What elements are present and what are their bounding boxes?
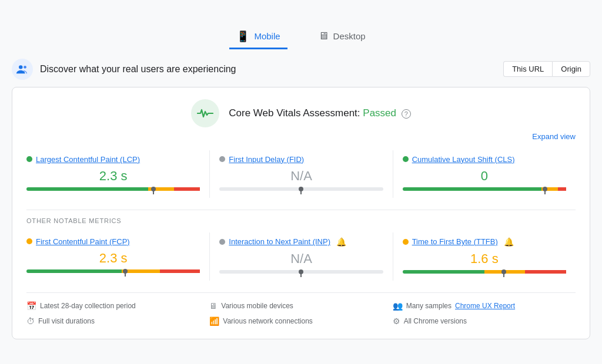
ttfb-bar	[403, 270, 566, 274]
header-icon	[12, 59, 33, 80]
footer-item-mobile-devices: 🖥 Various mobile devices	[209, 301, 392, 311]
ttfb-alert-icon: 🔔	[504, 237, 514, 247]
footer-item-samples: 👥 Many samples Chrome UX Report	[393, 301, 576, 311]
cwv-header: Core Web Vitals Assessment: Passed ?	[26, 99, 576, 127]
ttfb-label-row: Time to First Byte (TTFB) 🔔	[403, 237, 566, 247]
fcp-bar-marker	[125, 271, 126, 277]
fid-dot	[219, 156, 225, 162]
cwv-icon	[191, 99, 219, 127]
fid-value: N/A	[219, 168, 383, 184]
inp-value: N/A	[219, 251, 383, 267]
inp-label[interactable]: Interaction to Next Paint (INP)	[229, 237, 330, 246]
tab-mobile[interactable]: 📱 Mobile	[229, 25, 287, 49]
people-icon: 👥	[393, 301, 403, 311]
tab-desktop-label: Desktop	[333, 31, 366, 41]
fid-label-row: First Input Delay (FID)	[219, 155, 383, 164]
fcp-dot	[26, 238, 32, 244]
metric-fid: First Input Delay (FID) N/A	[209, 150, 392, 198]
ttfb-bar-marker	[503, 271, 504, 277]
calendar-icon: 📅	[26, 301, 36, 311]
lcp-bar-marker	[153, 188, 154, 194]
tab-mobile-label: Mobile	[254, 31, 280, 41]
this-url-button[interactable]: This URL	[503, 61, 552, 77]
other-metrics-grid: First Contentful Paint (FCP) 2.3 s Inter…	[26, 232, 576, 281]
desktop-icon: 🖥	[318, 30, 329, 42]
cwv-status: Passed	[363, 107, 396, 119]
lcp-dot	[26, 156, 32, 162]
cls-label[interactable]: Cumulative Layout Shift (CLS)	[412, 155, 515, 164]
footer-item-collection-period: 📅 Latest 28-day collection period	[26, 301, 209, 311]
ttfb-label[interactable]: Time to First Byte (TTFB)	[412, 237, 498, 246]
inp-bar	[219, 270, 383, 274]
footer-grid: 📅 Latest 28-day collection period 🖥 Vari…	[26, 292, 576, 329]
cwv-title: Core Web Vitals Assessment: Passed ?	[229, 107, 410, 119]
fid-bar-marker	[300, 188, 302, 194]
lcp-bar-green	[26, 187, 148, 191]
header-title: Discover what your real users are experi…	[40, 64, 236, 75]
lcp-label[interactable]: Largest Contentful Paint (LCP)	[36, 155, 140, 164]
cls-bar-marker	[544, 188, 546, 194]
header-left: Discover what your real users are experi…	[12, 59, 236, 80]
lcp-value: 2.3 s	[26, 168, 200, 184]
url-toggle: This URL Origin	[503, 61, 590, 77]
fcp-bar	[26, 269, 200, 273]
metric-cls: Cumulative Layout Shift (CLS) 0	[393, 150, 576, 198]
cls-dot	[403, 156, 409, 162]
tab-desktop[interactable]: 🖥 Desktop	[311, 25, 373, 49]
metric-lcp: Largest Contentful Paint (LCP) 2.3 s	[26, 150, 209, 198]
header-bar: Discover what your real users are experi…	[12, 59, 590, 80]
footer-item-chrome-versions: ⚙ All Chrome versions	[393, 316, 576, 326]
cls-value: 0	[403, 168, 566, 184]
cls-label-row: Cumulative Layout Shift (CLS)	[403, 155, 566, 164]
inp-alert-icon: 🔔	[336, 237, 346, 247]
core-metrics-grid: Largest Contentful Paint (LCP) 2.3 s Fir…	[26, 150, 576, 198]
inp-label-row: Interaction to Next Paint (INP) 🔔	[219, 237, 383, 247]
fid-bar	[219, 187, 383, 191]
metric-fcp: First Contentful Paint (FCP) 2.3 s	[26, 232, 209, 281]
metric-inp: Interaction to Next Paint (INP) 🔔 N/A	[209, 232, 392, 281]
tab-bar: 📱 Mobile 🖥 Desktop	[12, 25, 590, 49]
svg-point-1	[24, 66, 26, 69]
lcp-bar	[26, 187, 200, 191]
ttfb-bar-green	[403, 270, 484, 274]
cls-bar-green	[403, 187, 542, 191]
heartbeat-icon	[197, 107, 213, 119]
cwv-help-icon[interactable]: ?	[402, 109, 411, 119]
other-metrics-label: OTHER NOTABLE METRICS	[26, 217, 576, 224]
fid-label[interactable]: First Input Delay (FID)	[229, 155, 304, 164]
monitor-icon: 🖥	[209, 301, 218, 311]
origin-button[interactable]: Origin	[552, 61, 590, 77]
metric-ttfb: Time to First Byte (TTFB) 🔔 1.6 s	[393, 232, 576, 281]
users-icon	[16, 63, 29, 76]
footer-item-network: 📶 Various network connections	[209, 316, 392, 326]
fcp-bar-green	[26, 269, 122, 273]
wifi-icon: 📶	[209, 316, 219, 326]
chrome-ux-report-link[interactable]: Chrome UX Report	[455, 302, 515, 310]
expand-link[interactable]: Expand view	[26, 132, 576, 141]
fcp-label[interactable]: First Contentful Paint (FCP)	[36, 237, 130, 246]
svg-point-0	[19, 65, 22, 69]
cls-bar	[403, 187, 566, 191]
lcp-label-row: Largest Contentful Paint (LCP)	[26, 155, 200, 164]
inp-bar-marker	[300, 271, 302, 277]
ttfb-value: 1.6 s	[403, 251, 566, 267]
timer-icon: ⏱	[26, 316, 35, 326]
mobile-icon: 📱	[236, 30, 249, 43]
fcp-bar-red	[160, 269, 200, 273]
cls-bar-red	[558, 187, 566, 191]
footer-item-visit-durations: ⏱ Full visit durations	[26, 316, 209, 326]
fcp-value: 2.3 s	[26, 251, 200, 266]
chrome-icon: ⚙	[393, 316, 400, 326]
ttfb-bar-red	[525, 270, 566, 274]
section-divider	[26, 210, 576, 210]
ttfb-dot	[403, 239, 409, 245]
fcp-label-row: First Contentful Paint (FCP)	[26, 237, 200, 246]
main-card: Core Web Vitals Assessment: Passed ? Exp…	[12, 87, 590, 339]
inp-dot	[219, 239, 225, 245]
lcp-bar-red	[174, 187, 200, 191]
